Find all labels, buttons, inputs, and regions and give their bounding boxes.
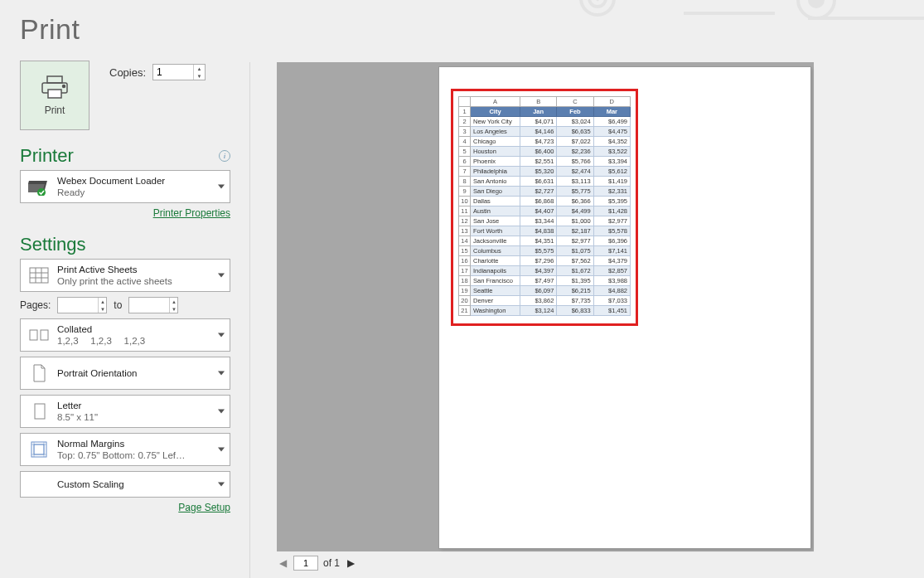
margins-dropdown[interactable]: Normal Margins Top: 0.75" Bottom: 0.75" … xyxy=(20,433,230,466)
collated-l1: Collated xyxy=(57,323,145,335)
portrait-icon xyxy=(27,362,51,385)
settings-heading: Settings xyxy=(20,234,86,255)
collated-l2: 1,2,3 1,2,3 1,2,3 xyxy=(57,335,145,347)
pages-to-input[interactable] xyxy=(129,298,169,313)
svg-rect-14 xyxy=(35,404,45,419)
pages-to-spinner[interactable]: ▲▼ xyxy=(128,297,178,313)
chevron-down-icon xyxy=(218,333,225,338)
blank-icon xyxy=(27,473,51,496)
chevron-down-icon xyxy=(218,448,225,452)
printer-icon xyxy=(40,75,70,100)
orientation-l1: Portrait Orientation xyxy=(57,367,138,379)
pages-from-spinner[interactable]: ▲▼ xyxy=(57,297,107,313)
copies-spinner[interactable]: ▲▼ xyxy=(152,64,206,80)
scaling-l1: Custom Scaling xyxy=(57,478,124,490)
chevron-down-icon xyxy=(218,410,225,414)
chevron-down-icon xyxy=(218,274,225,278)
margins-icon xyxy=(27,438,51,461)
preview-page: ABCD1CityJanFebMar2New York City$4,071$3… xyxy=(439,67,810,548)
svg-rect-4 xyxy=(47,76,62,83)
printer-status-icon xyxy=(27,175,51,198)
collated-icon xyxy=(27,323,51,347)
preview-table: ABCD1CityJanFebMar2New York City$4,071$3… xyxy=(458,96,631,316)
pages-to-label: to xyxy=(114,299,122,311)
svg-point-7 xyxy=(63,85,65,88)
margins-l2: Top: 0.75" Bottom: 0.75" Lef… xyxy=(57,449,186,461)
print-what-l1: Print Active Sheets xyxy=(57,264,172,275)
print-what-l2: Only print the active sheets xyxy=(57,275,172,287)
highlight-box: ABCD1CityJanFebMar2New York City$4,071$3… xyxy=(451,89,638,326)
spinner-down-icon[interactable]: ▼ xyxy=(99,305,106,313)
paper-icon xyxy=(27,400,51,423)
spinner-up-icon[interactable]: ▲ xyxy=(99,298,106,305)
margins-l1: Normal Margins xyxy=(57,438,186,449)
svg-rect-16 xyxy=(34,444,44,454)
chevron-down-icon xyxy=(218,185,225,189)
next-page-button[interactable]: ▶ xyxy=(345,557,356,569)
page-of-label: of 1 xyxy=(323,557,340,569)
pages-from-input[interactable] xyxy=(58,298,98,313)
copies-label: Copies: xyxy=(109,66,146,79)
collation-dropdown[interactable]: Collated 1,2,3 1,2,3 1,2,3 xyxy=(20,318,230,352)
decor-circuitry xyxy=(559,0,924,33)
spinner-down-icon[interactable]: ▼ xyxy=(170,305,177,313)
printer-properties-link[interactable]: Printer Properties xyxy=(153,207,230,219)
scaling-dropdown[interactable]: Custom Scaling xyxy=(20,471,230,498)
copies-input[interactable] xyxy=(153,65,193,80)
orientation-dropdown[interactable]: Portrait Orientation xyxy=(20,357,230,390)
sheets-icon xyxy=(27,264,51,287)
spinner-up-icon[interactable]: ▲ xyxy=(170,298,177,305)
page-title: Print xyxy=(20,13,230,46)
spinner-down-icon[interactable]: ▼ xyxy=(194,72,205,80)
paper-l2: 8.5" x 11" xyxy=(57,411,98,423)
print-what-dropdown[interactable]: Print Active Sheets Only print the activ… xyxy=(20,259,230,292)
page-number-input[interactable] xyxy=(293,556,318,571)
chevron-down-icon xyxy=(218,372,225,376)
spinner-up-icon[interactable]: ▲ xyxy=(194,65,205,72)
paper-dropdown[interactable]: Letter 8.5" x 11" xyxy=(20,395,230,428)
printer-dropdown[interactable]: Webex Document Loader Ready xyxy=(20,170,230,203)
printer-status: Ready xyxy=(57,187,165,198)
printer-name: Webex Document Loader xyxy=(57,175,165,187)
info-icon[interactable]: i xyxy=(219,150,230,162)
prev-page-button: ◀ xyxy=(277,557,288,569)
printer-heading: Printer xyxy=(20,145,74,167)
chevron-down-icon xyxy=(218,483,225,487)
svg-rect-6 xyxy=(48,90,61,98)
svg-rect-11 xyxy=(30,268,48,283)
print-button[interactable]: Print xyxy=(20,61,89,130)
svg-rect-12 xyxy=(30,330,37,340)
paper-l1: Letter xyxy=(57,400,98,411)
print-button-label: Print xyxy=(45,104,65,116)
svg-rect-13 xyxy=(41,330,48,340)
page-setup-link[interactable]: Page Setup xyxy=(178,502,230,513)
pages-label: Pages: xyxy=(20,299,51,311)
print-preview-area: ABCD1CityJanFebMar2New York City$4,071$3… xyxy=(277,62,814,551)
svg-point-3 xyxy=(810,0,823,7)
